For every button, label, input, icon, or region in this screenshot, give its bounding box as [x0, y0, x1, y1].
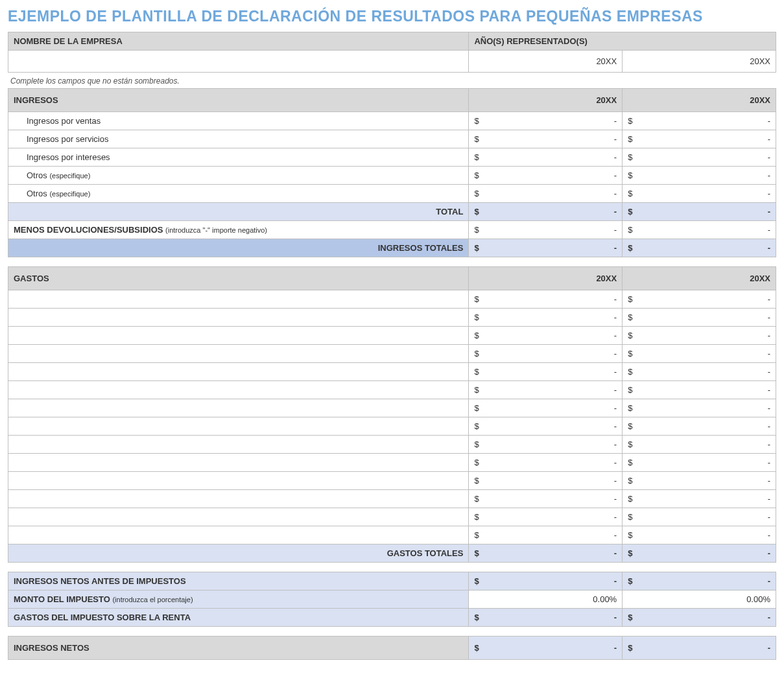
summary-table: INGRESOS NETOS ANTES DE IMPUESTOS $- $- …	[8, 572, 776, 627]
gastos-year1: 20XX	[469, 267, 623, 290]
gastos-row: $-$-	[8, 508, 776, 526]
gastos-row-v1[interactable]: $-	[469, 399, 623, 417]
gastos-row-label[interactable]	[8, 526, 469, 544]
ingresos-row-v1[interactable]: $-	[469, 130, 623, 148]
instruction-text: Complete los campos que no están sombrea…	[10, 76, 776, 86]
ingresos-row-v1[interactable]: $-	[469, 185, 623, 203]
ingresos-row-label: Ingresos por intereses	[8, 148, 469, 167]
income-tax-expense-label: GASTOS DEL IMPUESTO SOBRE LA RENTA	[8, 609, 469, 627]
ingresos-row: Ingresos por ventas$-$-	[8, 112, 776, 130]
ingresos-row-label: Otros (especifique)	[8, 185, 469, 203]
ingresos-row-v2[interactable]: $-	[623, 167, 776, 185]
gastos-row: $-$-	[8, 454, 776, 472]
gastos-row-label[interactable]	[8, 399, 469, 417]
ingresos-row-label: Ingresos por ventas	[8, 112, 469, 130]
net-income-v2: $-	[623, 637, 776, 660]
gastos-row-v1[interactable]: $-	[469, 309, 623, 327]
gastos-row: $-$-	[8, 436, 776, 454]
ingresos-row-v2[interactable]: $-	[623, 148, 776, 167]
gastos-row-v2[interactable]: $-	[623, 363, 776, 381]
gastos-row-label[interactable]	[8, 436, 469, 454]
gastos-row-v2[interactable]: $-	[623, 490, 776, 508]
gastos-row-label[interactable]	[8, 508, 469, 526]
gastos-row-v1[interactable]: $-	[469, 454, 623, 472]
gastos-row-v2[interactable]: $-	[623, 327, 776, 345]
gastos-row-v1[interactable]: $-	[469, 363, 623, 381]
gastos-row-v1[interactable]: $-	[469, 472, 623, 490]
gastos-row-v1[interactable]: $-	[469, 436, 623, 454]
gastos-row: $-$-	[8, 526, 776, 544]
gastos-row-v1[interactable]: $-	[469, 381, 623, 399]
year2-input[interactable]: 20XX	[623, 51, 776, 73]
gastos-row-label[interactable]	[8, 472, 469, 490]
gastos-row-label[interactable]	[8, 345, 469, 363]
ingresos-row-v1[interactable]: $-	[469, 112, 623, 130]
net-before-tax-v2: $-	[623, 572, 776, 590]
gastos-row-v1[interactable]: $-	[469, 417, 623, 436]
ingresos-total-label: TOTAL	[8, 203, 469, 221]
gastos-row-v2[interactable]: $-	[623, 436, 776, 454]
gastos-row-v2[interactable]: $-	[623, 381, 776, 399]
menos-devoluciones-v1[interactable]: $-	[469, 221, 623, 239]
tax-amount-v1[interactable]: 0.00%	[469, 590, 623, 609]
income-tax-expense-v1: $-	[469, 609, 623, 627]
company-name-input[interactable]	[8, 51, 469, 73]
gastos-row-v2[interactable]: $-	[623, 345, 776, 363]
gastos-row-v2[interactable]: $-	[623, 290, 776, 309]
ingresos-year2: 20XX	[623, 89, 776, 112]
ingresos-row-v2[interactable]: $-	[623, 130, 776, 148]
ingresos-row: Otros (especifique)$-$-	[8, 185, 776, 203]
year1-input[interactable]: 20XX	[469, 51, 623, 73]
gastos-row-label[interactable]	[8, 381, 469, 399]
gastos-row-v1[interactable]: $-	[469, 508, 623, 526]
gastos-row-label[interactable]	[8, 490, 469, 508]
ingresos-row-label: Otros (especifique)	[8, 167, 469, 185]
gastos-row-v2[interactable]: $-	[623, 399, 776, 417]
gastos-row: $-$-	[8, 472, 776, 490]
gastos-row-v1[interactable]: $-	[469, 526, 623, 544]
gastos-row-label[interactable]	[8, 363, 469, 381]
gastos-row-v2[interactable]: $-	[623, 454, 776, 472]
gastos-row: $-$-	[8, 363, 776, 381]
tax-amount-v2[interactable]: 0.00%	[623, 590, 776, 609]
gastos-row-v1[interactable]: $-	[469, 345, 623, 363]
gastos-row-v1[interactable]: $-	[469, 290, 623, 309]
gastos-row: $-$-	[8, 290, 776, 309]
gastos-row: $-$-	[8, 327, 776, 345]
ingresos-year1: 20XX	[469, 89, 623, 112]
ingresos-row-label: Ingresos por servicios	[8, 130, 469, 148]
gastos-row: $-$-	[8, 345, 776, 363]
ingresos-totales-v1: $-	[469, 239, 623, 257]
gastos-totales-label: GASTOS TOTALES	[8, 544, 469, 563]
gastos-row: $-$-	[8, 399, 776, 417]
gastos-row-label[interactable]	[8, 309, 469, 327]
gastos-row: $-$-	[8, 309, 776, 327]
ingresos-total-v1: $-	[469, 203, 623, 221]
gastos-row-v2[interactable]: $-	[623, 309, 776, 327]
gastos-row-label[interactable]	[8, 454, 469, 472]
ingresos-row-v1[interactable]: $-	[469, 167, 623, 185]
tax-amount-label: MONTO DEL IMPUESTO (introduzca el porcen…	[8, 590, 469, 609]
gastos-row-v1[interactable]: $-	[469, 327, 623, 345]
gastos-row-label[interactable]	[8, 290, 469, 309]
gastos-row-v2[interactable]: $-	[623, 417, 776, 436]
years-represented-label: AÑO(S) REPRESENTADO(S)	[469, 32, 776, 51]
gastos-row-label[interactable]	[8, 417, 469, 436]
gastos-row-v2[interactable]: $-	[623, 526, 776, 544]
gastos-row-v1[interactable]: $-	[469, 490, 623, 508]
ingresos-row-v2[interactable]: $-	[623, 185, 776, 203]
ingresos-row: Otros (especifique)$-$-	[8, 167, 776, 185]
gastos-row-v2[interactable]: $-	[623, 472, 776, 490]
gastos-row: $-$-	[8, 490, 776, 508]
menos-devoluciones-label: MENOS DEVOLUCIONES/SUBSIDIOS (introduzca…	[8, 221, 469, 239]
gastos-row: $-$-	[8, 381, 776, 399]
menos-devoluciones-v2[interactable]: $-	[623, 221, 776, 239]
gastos-row-label[interactable]	[8, 327, 469, 345]
gastos-table: GASTOS 20XX 20XX $-$-$-$-$-$-$-$-$-$-$-$…	[8, 266, 776, 563]
ingresos-total-v2: $-	[623, 203, 776, 221]
company-header-table: NOMBRE DE LA EMPRESA AÑO(S) REPRESENTADO…	[8, 32, 776, 73]
income-tax-expense-v2: $-	[623, 609, 776, 627]
ingresos-row-v2[interactable]: $-	[623, 112, 776, 130]
gastos-row-v2[interactable]: $-	[623, 508, 776, 526]
ingresos-row-v1[interactable]: $-	[469, 148, 623, 167]
